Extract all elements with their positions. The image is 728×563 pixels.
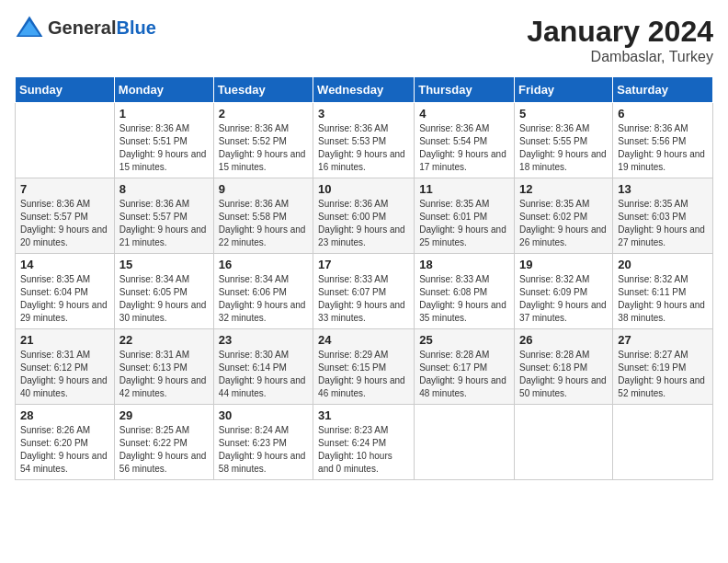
- calendar-cell: 11 Sunrise: 8:35 AM Sunset: 6:01 PM Dayl…: [415, 178, 515, 254]
- day-number: 9: [219, 182, 308, 196]
- daylight: Daylight: 9 hours and 32 minutes.: [219, 300, 306, 323]
- day-info: Sunrise: 8:28 AM Sunset: 6:17 PM Dayligh…: [419, 349, 509, 400]
- day-info: Sunrise: 8:36 AM Sunset: 5:51 PM Dayligh…: [119, 122, 209, 174]
- daylight: Daylight: 9 hours and 44 minutes.: [219, 375, 306, 398]
- sunrise: Sunrise: 8:35 AM: [519, 199, 589, 209]
- day-number: 10: [318, 182, 409, 196]
- calendar-cell: 31 Sunrise: 8:23 AM Sunset: 6:24 PM Dayl…: [313, 405, 415, 480]
- daylight: Daylight: 9 hours and 35 minutes.: [419, 300, 506, 323]
- day-number: 29: [119, 408, 209, 422]
- sunrise: Sunrise: 8:32 AM: [618, 274, 688, 284]
- calendar-cell: 5 Sunrise: 8:36 AM Sunset: 5:55 PM Dayli…: [515, 103, 613, 178]
- day-number: 4: [419, 107, 509, 121]
- sunrise: Sunrise: 8:31 AM: [119, 350, 189, 360]
- sunrise: Sunrise: 8:28 AM: [519, 350, 589, 360]
- calendar-header-row: Sunday Monday Tuesday Wednesday Thursday…: [16, 77, 713, 103]
- day-info: Sunrise: 8:36 AM Sunset: 5:53 PM Dayligh…: [318, 122, 409, 174]
- day-number: 1: [119, 107, 209, 121]
- sunrise: Sunrise: 8:30 AM: [219, 350, 289, 360]
- sunrise: Sunrise: 8:36 AM: [618, 123, 688, 133]
- sunset: Sunset: 6:19 PM: [618, 362, 686, 373]
- day-number: 2: [219, 107, 308, 121]
- daylight: Daylight: 9 hours and 46 minutes.: [318, 375, 405, 398]
- day-number: 11: [419, 182, 509, 196]
- calendar-cell: 25 Sunrise: 8:28 AM Sunset: 6:17 PM Dayl…: [415, 329, 515, 405]
- sunrise: Sunrise: 8:34 AM: [119, 274, 189, 284]
- calendar-cell: [613, 405, 713, 480]
- calendar-cell: 23 Sunrise: 8:30 AM Sunset: 6:14 PM Dayl…: [213, 329, 313, 405]
- daylight: Daylight: 9 hours and 20 minutes.: [20, 224, 108, 247]
- day-number: 21: [20, 333, 109, 347]
- sunset: Sunset: 6:17 PM: [419, 362, 487, 373]
- daylight: Daylight: 9 hours and 21 minutes.: [119, 224, 207, 247]
- daylight: Daylight: 9 hours and 52 minutes.: [618, 375, 705, 398]
- calendar-cell: 13 Sunrise: 8:35 AM Sunset: 6:03 PM Dayl…: [613, 178, 713, 254]
- calendar-cell: 15 Sunrise: 8:34 AM Sunset: 6:05 PM Dayl…: [114, 254, 213, 329]
- day-number: 30: [219, 408, 308, 422]
- sunset: Sunset: 5:53 PM: [318, 136, 386, 146]
- daylight: Daylight: 9 hours and 48 minutes.: [419, 375, 506, 398]
- daylight: Daylight: 9 hours and 16 minutes.: [318, 149, 405, 172]
- day-number: 17: [318, 258, 409, 271]
- day-number: 26: [519, 333, 608, 347]
- day-info: Sunrise: 8:33 AM Sunset: 6:07 PM Dayligh…: [318, 273, 409, 325]
- sunrise: Sunrise: 8:25 AM: [119, 425, 189, 435]
- daylight: Daylight: 9 hours and 56 minutes.: [119, 451, 207, 474]
- day-info: Sunrise: 8:36 AM Sunset: 5:56 PM Dayligh…: [618, 122, 708, 174]
- sunset: Sunset: 6:05 PM: [119, 287, 188, 297]
- sunset: Sunset: 5:51 PM: [119, 136, 188, 146]
- page-header: GeneralBlue January 2024 Dambaslar, Turk…: [15, 15, 713, 65]
- day-number: 20: [618, 258, 708, 271]
- calendar-week-row: 21 Sunrise: 8:31 AM Sunset: 6:12 PM Dayl…: [16, 329, 713, 405]
- day-info: Sunrise: 8:35 AM Sunset: 6:04 PM Dayligh…: [20, 273, 109, 325]
- day-info: Sunrise: 8:24 AM Sunset: 6:23 PM Dayligh…: [219, 424, 308, 476]
- sunset: Sunset: 6:15 PM: [318, 362, 386, 373]
- sunset: Sunset: 6:06 PM: [219, 287, 287, 297]
- sunrise: Sunrise: 8:36 AM: [318, 123, 388, 133]
- sunset: Sunset: 6:02 PM: [519, 212, 587, 222]
- day-info: Sunrise: 8:36 AM Sunset: 5:55 PM Dayligh…: [519, 122, 608, 174]
- sunset: Sunset: 6:12 PM: [20, 362, 88, 373]
- daylight: Daylight: 9 hours and 25 minutes.: [419, 224, 506, 247]
- day-number: 6: [618, 107, 708, 121]
- calendar-cell: 4 Sunrise: 8:36 AM Sunset: 5:54 PM Dayli…: [415, 103, 515, 178]
- daylight: Daylight: 9 hours and 30 minutes.: [119, 300, 207, 323]
- day-number: 19: [519, 258, 608, 271]
- sunset: Sunset: 5:58 PM: [219, 212, 287, 222]
- sunrise: Sunrise: 8:24 AM: [219, 425, 289, 435]
- day-number: 7: [20, 182, 109, 196]
- sunrise: Sunrise: 8:36 AM: [20, 199, 90, 209]
- sunset: Sunset: 6:14 PM: [219, 362, 287, 373]
- calendar-cell: 8 Sunrise: 8:36 AM Sunset: 5:57 PM Dayli…: [114, 178, 213, 254]
- calendar-cell: 10 Sunrise: 8:36 AM Sunset: 6:00 PM Dayl…: [313, 178, 415, 254]
- daylight: Daylight: 9 hours and 23 minutes.: [318, 224, 405, 247]
- day-info: Sunrise: 8:36 AM Sunset: 6:00 PM Dayligh…: [318, 198, 409, 249]
- col-sunday: Sunday: [16, 77, 115, 103]
- day-number: 31: [318, 408, 409, 422]
- daylight: Daylight: 9 hours and 33 minutes.: [318, 300, 405, 323]
- calendar-cell: 30 Sunrise: 8:24 AM Sunset: 6:23 PM Dayl…: [213, 405, 313, 480]
- sunrise: Sunrise: 8:29 AM: [318, 350, 388, 360]
- sunrise: Sunrise: 8:27 AM: [618, 350, 688, 360]
- title-block: January 2024 Dambaslar, Turkey: [527, 15, 713, 65]
- calendar-cell: 21 Sunrise: 8:31 AM Sunset: 6:12 PM Dayl…: [16, 329, 115, 405]
- logo-icon: [15, 15, 44, 40]
- logo-blue: Blue: [116, 17, 155, 38]
- calendar-week-row: 14 Sunrise: 8:35 AM Sunset: 6:04 PM Dayl…: [16, 254, 713, 329]
- day-info: Sunrise: 8:25 AM Sunset: 6:22 PM Dayligh…: [119, 424, 209, 476]
- calendar-week-row: 28 Sunrise: 8:26 AM Sunset: 6:20 PM Dayl…: [16, 405, 713, 480]
- sunset: Sunset: 5:56 PM: [618, 136, 686, 146]
- sunset: Sunset: 5:54 PM: [419, 136, 487, 146]
- day-info: Sunrise: 8:31 AM Sunset: 6:12 PM Dayligh…: [20, 349, 109, 400]
- col-tuesday: Tuesday: [213, 77, 313, 103]
- sunset: Sunset: 6:20 PM: [20, 438, 88, 448]
- sunrise: Sunrise: 8:35 AM: [20, 274, 90, 284]
- day-number: 12: [519, 182, 608, 196]
- sunrise: Sunrise: 8:28 AM: [419, 350, 489, 360]
- daylight: Daylight: 9 hours and 29 minutes.: [20, 300, 108, 323]
- col-wednesday: Wednesday: [313, 77, 415, 103]
- calendar-cell: 29 Sunrise: 8:25 AM Sunset: 6:22 PM Dayl…: [114, 405, 213, 480]
- calendar-cell: 12 Sunrise: 8:35 AM Sunset: 6:02 PM Dayl…: [515, 178, 613, 254]
- sunrise: Sunrise: 8:26 AM: [20, 425, 90, 435]
- calendar-cell: 6 Sunrise: 8:36 AM Sunset: 5:56 PM Dayli…: [613, 103, 713, 178]
